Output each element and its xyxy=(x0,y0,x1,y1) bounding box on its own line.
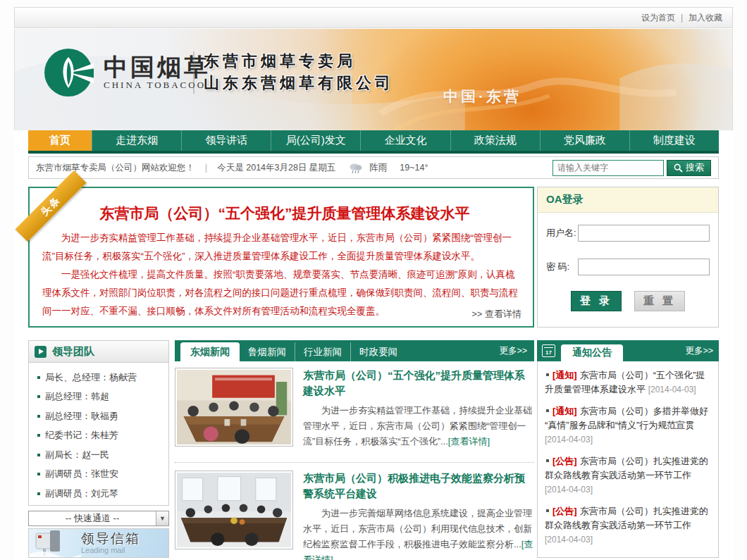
username-field[interactable] xyxy=(578,225,710,242)
notice-item[interactable]: [公告]东营市局（公司）扎实推进党的群众路线教育实践活动第一环节工作 [2014… xyxy=(545,504,711,547)
nav-item-culture[interactable]: 企业文化 xyxy=(360,130,450,151)
nav-item-documents[interactable]: 局(公司)发文 xyxy=(271,130,360,151)
nav-item-home[interactable]: 首页 xyxy=(28,130,92,151)
page: 设为首页 | 加入收藏 中国烟草 CHINA TOBACOO xyxy=(14,7,733,560)
leader-item[interactable]: 副总经理：耿福勇 xyxy=(37,406,168,426)
bullet-icon xyxy=(37,415,40,418)
news-tab-bar: 东烟新闻 鲁烟新闻 行业新闻 时政要闻 更多>> xyxy=(175,340,534,361)
leader-item[interactable]: 副局长：赵一民 xyxy=(37,445,168,465)
header-divider xyxy=(193,51,195,94)
headline-body: 为进一步夯实精益管理工作基础，持续提升企业基础管理水平，近日，东营市局（公司）紧… xyxy=(42,229,520,321)
quick-channel-value: -- 快速通道 -- xyxy=(29,512,156,525)
article-title[interactable]: 东营市局（公司）“五个强化”提升质量管理体系建设水平 xyxy=(303,368,534,399)
leader-item[interactable]: 副总经理：韩超 xyxy=(37,387,168,407)
bullet-icon xyxy=(37,454,40,456)
nav-item-leader-speech[interactable]: 领导讲话 xyxy=(181,130,271,151)
article-excerpt: 为进一步完善烟草网络信息系统建设，提高企业管理水平，近日，东营市局（公司）利用现… xyxy=(303,506,534,560)
search-button[interactable]: 搜索 xyxy=(667,160,711,176)
topbar-divider: | xyxy=(681,13,683,23)
org-title-line2: 山东东营烟草有限公司 xyxy=(204,72,394,94)
leader-item[interactable]: 纪委书记：朱桂芳 xyxy=(37,426,168,446)
headline-more-link[interactable]: >> 查看详情 xyxy=(471,308,521,321)
leader-item[interactable]: 局长、总经理：杨献营 xyxy=(37,368,168,387)
bullet-icon xyxy=(37,492,40,495)
search-icon xyxy=(674,163,683,173)
leaders-title: 领导团队 xyxy=(52,345,94,359)
article-excerpt: 为进一步夯实精益管理工作基础，持续提升企业基础管理水平，近日，东营市局（公司）紧… xyxy=(303,403,534,449)
bullet-icon xyxy=(546,459,549,462)
add-favorite-link[interactable]: 加入收藏 xyxy=(689,12,722,24)
logo[interactable]: 中国烟草 CHINA TOBACOO xyxy=(43,47,211,98)
leader-mailbox-banner[interactable]: 领导信箱 Leading mail xyxy=(28,528,169,558)
nav-item-about[interactable]: 走进东烟 xyxy=(92,130,181,151)
bullet-icon xyxy=(37,434,40,437)
login-button[interactable]: 登 录 xyxy=(571,291,622,311)
temperature-text: 19~14° xyxy=(400,163,428,173)
play-icon xyxy=(35,346,47,358)
header-banner: 中国烟草 CHINA TOBACOO 东营市烟草专卖局 山东东营烟草有限公司 中… xyxy=(14,29,733,130)
banner-slogan: 中国·东营 xyxy=(443,87,521,106)
article-title[interactable]: 东营市局（公司）积极推进电子效能监察分析预警系统平台建设 xyxy=(303,471,534,502)
mailbox-icon xyxy=(29,529,81,557)
tab-dongyan-news[interactable]: 东烟新闻 xyxy=(180,342,240,361)
headline-paragraph-1: 为进一步夯实精益管理工作基础，持续提升企业基础管理水平，近日，东营市局（公司）紧… xyxy=(42,229,520,266)
logo-title-en: CHINA TOBACOO xyxy=(104,80,211,91)
date-text: 今天是 2014年3月28日 星期五 xyxy=(217,162,335,174)
search-input[interactable] xyxy=(552,160,664,176)
rain-cloud-icon xyxy=(348,161,364,174)
top-utility-bar: 设为首页 | 加入收藏 xyxy=(14,7,733,28)
reset-button[interactable]: 重 置 xyxy=(634,291,685,311)
headline-paragraph-2: 一是强化文件梳理，提高文件质量。按照“职责要落地、规章要落实、节点要清晰、痕迹可… xyxy=(42,266,520,321)
calendar-icon: 17 xyxy=(542,344,555,357)
headline-box: 头条 东营市局（公司）“五个强化”提升质量管理体系建设水平 为进一步夯实精益管理… xyxy=(28,187,534,328)
article-separator xyxy=(175,462,534,463)
chevron-down-icon[interactable]: ▼ xyxy=(156,511,168,525)
org-title-line1: 东营市烟草专卖局 xyxy=(204,50,394,72)
news-more-link[interactable]: 更多>> xyxy=(499,345,534,357)
nav-item-party[interactable]: 党风廉政 xyxy=(540,130,629,151)
tab-luyan-news[interactable]: 鲁烟新闻 xyxy=(240,342,295,361)
quick-channel-select[interactable]: -- 快速通道 -- ▼ xyxy=(28,511,169,526)
mailbox-title: 领导信箱 xyxy=(81,532,140,547)
logo-title-cn: 中国烟草 xyxy=(104,54,211,80)
nav-bottom-strip xyxy=(28,151,719,154)
bullet-icon xyxy=(546,373,549,376)
notices-tab[interactable]: 通知公告 xyxy=(561,344,623,361)
tab-politics-news[interactable]: 时政要闻 xyxy=(350,342,406,361)
news-article: 东营市局（公司）“五个强化”提升质量管理体系建设水平 为进一步夯实精益管理工作基… xyxy=(175,368,534,449)
welcome-bar: 东营市烟草专卖局（公司）网站欢迎您！ ｜ 今天是 2014年3月28日 星期五 … xyxy=(28,156,719,179)
leader-item[interactable]: 副调研员：刘元琴 xyxy=(37,484,168,504)
notice-item[interactable]: [公告]东营市局（公司）扎实推进党的群众路线教育实践活动第一环节工作 [2014… xyxy=(545,454,711,497)
notice-item[interactable]: [通知]东营市局（公司）多措并举做好“真情”服务品牌和“情义”行为规范宣贯 [2… xyxy=(545,404,711,447)
leader-item[interactable]: 副调研员：张世安 xyxy=(37,465,168,485)
article-detail-link[interactable]: [查看详情] xyxy=(448,436,490,447)
notices-list: [通知]东营市局（公司）“五个强化”提升质量管理体系建设水平 [2014-04-… xyxy=(537,361,719,558)
org-titles: 东营市烟草专卖局 山东东营烟草有限公司 xyxy=(204,50,394,94)
bullet-icon xyxy=(546,509,549,512)
bullet-icon xyxy=(37,473,40,475)
notice-item[interactable]: [通知]东营市局（公司）“五个强化”提升质量管理体系建设水平 [2014-04-… xyxy=(545,368,711,397)
tab-industry-news[interactable]: 行业新闻 xyxy=(295,342,350,361)
bullet-icon xyxy=(546,409,549,412)
article-photo-meeting[interactable] xyxy=(175,368,293,447)
china-tobacco-logo-icon xyxy=(43,47,94,98)
mailbox-subtitle: Leading mail xyxy=(81,546,140,554)
nav-item-system[interactable]: 制度建设 xyxy=(629,130,719,151)
main-nav: 首页 走进东烟 领导讲话 局(公司)发文 企业文化 政策法规 党风廉政 制度建设 xyxy=(28,130,719,154)
username-label: 用户名: xyxy=(546,227,578,239)
password-field[interactable] xyxy=(578,259,710,275)
weather-text: 阵雨 xyxy=(369,162,387,174)
leaders-header: 领导团队 xyxy=(28,340,169,363)
article-photo-conference[interactable] xyxy=(175,471,293,549)
notices-more-link[interactable]: 更多>> xyxy=(685,345,719,357)
leaders-list: 局长、总经理：杨献营 副总经理：韩超 副总经理：耿福勇 纪委书记：朱桂芳 副局长… xyxy=(28,363,169,506)
headline-title[interactable]: 东营市局（公司）“五个强化”提升质量管理体系建设水平 xyxy=(58,204,512,223)
welcome-text: 东营市烟草专卖局（公司）网站欢迎您！ xyxy=(36,162,195,174)
bullet-icon xyxy=(37,376,40,379)
notices-header: 17 通知公告 更多>> xyxy=(537,340,719,361)
set-homepage-link[interactable]: 设为首页 xyxy=(641,12,675,24)
password-label: 密 码: xyxy=(546,261,578,273)
search-button-label: 搜索 xyxy=(686,161,704,174)
nav-item-policy[interactable]: 政策法规 xyxy=(450,130,540,151)
oa-login-title: OA登录 xyxy=(538,187,718,213)
